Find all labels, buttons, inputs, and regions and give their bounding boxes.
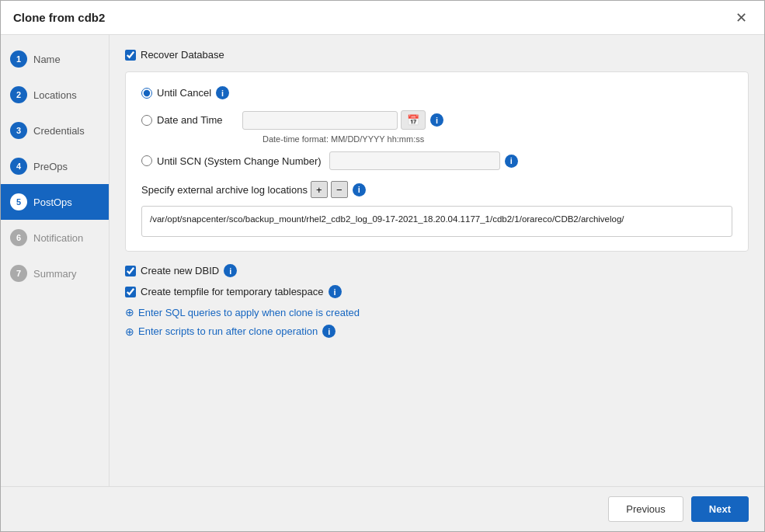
archive-log-label: Specify external archive log locations — [141, 184, 308, 196]
recover-database-checkbox[interactable] — [125, 50, 136, 61]
sidebar-item-notification[interactable]: 6 Notification — [1, 220, 109, 256]
dialog-title: Clone from cdb2 — [13, 11, 105, 24]
step-num-6: 6 — [10, 229, 27, 246]
scripts-link[interactable]: Enter scripts to run after clone operati… — [138, 325, 318, 337]
step-num-4: 4 — [10, 158, 27, 175]
sidebar-item-credentials[interactable]: 3 Credentials — [1, 113, 109, 148]
until-cancel-row: Until Cancel i — [141, 86, 732, 99]
create-dbid-label[interactable]: Create new DBID — [141, 265, 219, 276]
sidebar-item-postops[interactable]: 5 PostOps — [1, 184, 109, 220]
archive-log-row: Specify external archive log locations +… — [141, 181, 732, 198]
date-time-row: Date and Time 📅 i — [141, 110, 732, 130]
scripts-expand-icon: ⊕ — [125, 325, 134, 338]
dialog-footer: Previous Next — [1, 486, 764, 531]
date-time-input[interactable] — [242, 111, 398, 130]
main-content: Recover Database Until Cancel i Date and… — [110, 35, 764, 486]
date-time-info-icon[interactable]: i — [430, 113, 443, 127]
sidebar-item-label-1: Name — [33, 54, 61, 65]
archive-path-box: /var/opt/snapcenter/sco/backup_mount/rhe… — [141, 206, 732, 237]
sidebar-item-summary[interactable]: 7 Summary — [1, 256, 109, 291]
create-dbid-info-icon[interactable]: i — [224, 264, 237, 277]
dialog: Clone from cdb2 ✕ 1 Name 2 Locations 3 C… — [0, 0, 765, 532]
sidebar-item-label-7: Summary — [33, 268, 77, 280]
sql-queries-expand-icon: ⊕ — [125, 306, 134, 318]
create-dbid-checkbox[interactable] — [125, 266, 136, 276]
step-num-5: 5 — [10, 193, 27, 210]
scn-info-icon[interactable]: i — [505, 155, 518, 168]
step-num-1: 1 — [10, 50, 27, 68]
scripts-row: ⊕ Enter scripts to run after clone opera… — [125, 325, 749, 338]
date-format-hint: Date-time format: MM/DD/YYYY hh:mm:ss — [263, 134, 732, 144]
date-time-label[interactable]: Date and Time — [157, 114, 242, 126]
title-bar: Clone from cdb2 ✕ — [1, 1, 764, 35]
create-tempfile-label[interactable]: Create tempfile for temporary tablespace — [141, 286, 324, 297]
sql-queries-link[interactable]: Enter SQL queries to apply when clone is… — [138, 307, 360, 318]
recover-database-label[interactable]: Recover Database — [141, 49, 224, 61]
recover-database-row: Recover Database — [125, 49, 749, 61]
calendar-button[interactable]: 📅 — [401, 110, 426, 130]
close-button[interactable]: ✕ — [731, 9, 752, 26]
sql-queries-row: ⊕ Enter SQL queries to apply when clone … — [125, 306, 749, 318]
until-scn-label[interactable]: Until SCN (System Change Number) — [157, 155, 322, 167]
until-cancel-label[interactable]: Until Cancel — [157, 87, 211, 99]
date-time-radio[interactable] — [141, 115, 152, 126]
create-tempfile-row: Create tempfile for temporary tablespace… — [125, 285, 749, 298]
until-cancel-info-icon[interactable]: i — [216, 86, 229, 99]
step-num-2: 2 — [10, 86, 27, 103]
previous-button[interactable]: Previous — [608, 496, 683, 522]
sidebar-item-label-3: Credentials — [33, 125, 85, 137]
sidebar-item-label-5: PostOps — [33, 196, 72, 208]
create-dbid-row: Create new DBID i — [125, 264, 749, 277]
sidebar-item-label-4: PreOps — [33, 161, 68, 172]
create-tempfile-checkbox[interactable] — [125, 287, 136, 297]
archive-log-info-icon[interactable]: i — [353, 183, 366, 196]
step-num-7: 7 — [10, 265, 27, 282]
sidebar-item-label-2: Locations — [33, 89, 77, 101]
dialog-body: 1 Name 2 Locations 3 Credentials 4 PreOp… — [1, 35, 764, 486]
step-num-3: 3 — [10, 122, 27, 139]
scn-row: Until SCN (System Change Number) i — [141, 151, 732, 170]
scripts-info-icon[interactable]: i — [322, 325, 336, 338]
sidebar: 1 Name 2 Locations 3 Credentials 4 PreOp… — [1, 35, 110, 486]
until-scn-radio[interactable] — [141, 155, 152, 166]
sidebar-item-locations[interactable]: 2 Locations — [1, 77, 109, 113]
sidebar-item-label-6: Notification — [33, 232, 83, 244]
next-button[interactable]: Next — [691, 496, 749, 522]
archive-log-remove-button[interactable]: − — [331, 181, 348, 198]
recovery-options-box: Until Cancel i Date and Time 📅 i Date-ti… — [125, 71, 749, 252]
sidebar-item-preops[interactable]: 4 PreOps — [1, 148, 109, 184]
scn-input[interactable] — [329, 151, 500, 170]
sidebar-item-name[interactable]: 1 Name — [1, 41, 109, 77]
create-tempfile-info-icon[interactable]: i — [329, 285, 342, 298]
until-cancel-radio[interactable] — [141, 88, 152, 99]
archive-log-add-button[interactable]: + — [311, 181, 328, 198]
